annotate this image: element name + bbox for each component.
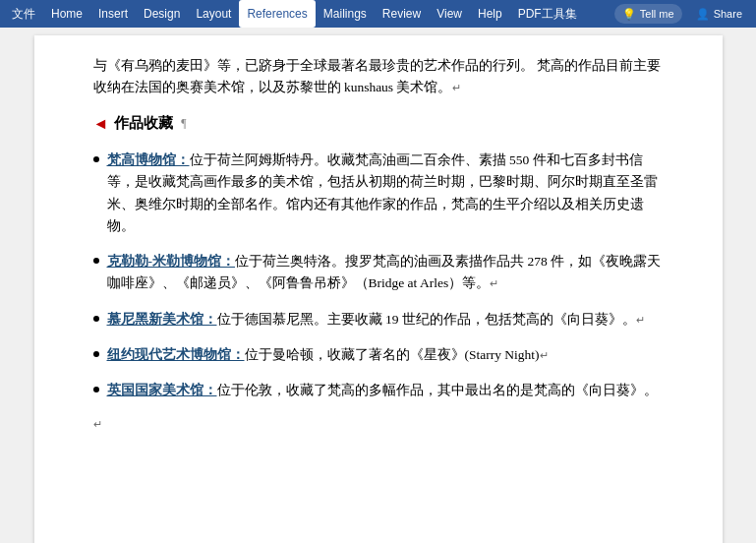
paragraph-mark-heading: ¶: [181, 114, 186, 133]
museum-link-2[interactable]: 克勒勒-米勒博物馆：: [107, 254, 236, 269]
heading-marker: ◄: [93, 111, 109, 137]
intro-text: 与《有乌鸦的麦田》等，已跻身于全球最著名最珍贵的艺术作品的行列。 梵高的作品目前…: [93, 55, 664, 99]
museum-content-2: 克勒勒-米勒博物馆：位于荷兰奥特洛。搜罗梵高的油画及素描作品共 278 件，如《…: [107, 251, 664, 295]
return-mark-3: ↵: [636, 314, 645, 326]
list-item: 纽约现代艺术博物馆：位于曼哈顿，收藏了著名的《星夜》(Starry Night)…: [93, 344, 664, 366]
bullet-dot: [93, 316, 99, 322]
menu-layout-label: Layout: [196, 7, 231, 21]
share-person-icon: [696, 8, 710, 21]
menu-layout[interactable]: Layout: [188, 0, 239, 28]
museum-link-1[interactable]: 梵高博物馆：: [107, 152, 190, 167]
list-item: 克勒勒-米勒博物馆：位于荷兰奥特洛。搜罗梵高的油画及素描作品共 278 件，如《…: [93, 251, 664, 295]
museum-content-4: 纽约现代艺术博物馆：位于曼哈顿，收藏了著名的《星夜》(Starry Night)…: [107, 344, 664, 366]
menu-help-label: Help: [478, 7, 502, 21]
menu-pdf-label: PDF工具集: [518, 6, 577, 23]
museum-text-5: 位于伦敦，收藏了梵高的多幅作品，其中最出名的是梵高的《向日葵》。: [217, 383, 658, 397]
menu-design-label: Design: [144, 7, 180, 21]
document-page: 与《有乌鸦的麦田》等，已跻身于全球最著名最珍贵的艺术作品的行列。 梵高的作品目前…: [34, 35, 723, 543]
list-item: 梵高博物馆：位于荷兰阿姆斯特丹。收藏梵高油画二百余件、素描 550 件和七百多封…: [93, 150, 664, 237]
share-button[interactable]: Share: [686, 4, 752, 24]
menu-pdf[interactable]: PDF工具集: [510, 0, 585, 28]
menu-view[interactable]: View: [429, 0, 470, 28]
museum-content-1: 梵高博物馆：位于荷兰阿姆斯特丹。收藏梵高油画二百余件、素描 550 件和七百多封…: [107, 150, 664, 237]
section-heading-text: 作品收藏: [114, 111, 173, 135]
list-item: 慕尼黑新美术馆：位于德国慕尼黑。主要收藏 19 世纪的作品，包括梵高的《向日葵》…: [93, 309, 664, 331]
museum-link-4[interactable]: 纽约现代艺术博物馆：: [107, 347, 245, 362]
tell-me-button[interactable]: Tell me: [614, 4, 682, 24]
menu-mailings-label: Mailings: [323, 7, 367, 21]
museum-link-3[interactable]: 慕尼黑新美术馆：: [107, 312, 217, 327]
menu-bar: 文件 Home Insert Design Layout References …: [0, 0, 756, 28]
menu-file-label: 文件: [12, 6, 35, 23]
museum-text-3: 位于德国慕尼黑。主要收藏 19 世纪的作品，包括梵高的《向日葵》。: [217, 312, 636, 327]
list-item: 英国国家美术馆：位于伦敦，收藏了梵高的多幅作品，其中最出名的是梵高的《向日葵》。: [93, 380, 664, 401]
museum-list: 梵高博物馆：位于荷兰阿姆斯特丹。收藏梵高油画二百余件、素描 550 件和七百多封…: [93, 150, 664, 401]
document-wrapper: 与《有乌鸦的麦田》等，已跻身于全球最著名最珍贵的艺术作品的行列。 梵高的作品目前…: [0, 28, 756, 543]
bullet-dot: [93, 387, 99, 392]
menu-design[interactable]: Design: [136, 0, 188, 28]
menu-references-label: References: [247, 7, 307, 21]
tell-me-label: Tell me: [640, 8, 674, 20]
return-mark-4: ↵: [540, 349, 549, 361]
menu-file[interactable]: 文件: [4, 0, 43, 28]
bullet-dot: [93, 351, 99, 357]
museum-content-3: 慕尼黑新美术馆：位于德国慕尼黑。主要收藏 19 世纪的作品，包括梵高的《向日葵》…: [107, 309, 664, 331]
menu-references[interactable]: References: [239, 0, 315, 28]
menu-mailings[interactable]: Mailings: [316, 0, 375, 28]
museum-link-5[interactable]: 英国国家美术馆：: [107, 383, 217, 397]
share-label: Share: [714, 8, 742, 20]
menu-help[interactable]: Help: [470, 0, 510, 28]
section-heading: ◄ 作品收藏¶: [93, 111, 664, 137]
menu-home[interactable]: Home: [43, 0, 90, 28]
return-mark-intro: ↵: [452, 82, 461, 93]
lightbulb-icon: [622, 8, 636, 21]
menu-home-label: Home: [51, 7, 83, 21]
return-mark-2: ↵: [490, 277, 498, 289]
museum-text-4: 位于曼哈顿，收藏了著名的《星夜》(Starry Night): [245, 347, 540, 362]
bullet-dot: [93, 258, 99, 264]
menu-insert[interactable]: Insert: [90, 0, 136, 28]
menu-insert-label: Insert: [98, 7, 128, 21]
museum-text-1: 位于荷兰阿姆斯特丹。收藏梵高油画二百余件、素描 550 件和七百多封书信等，是收…: [107, 152, 658, 233]
final-return: ↵: [93, 416, 664, 434]
menu-view-label: View: [436, 7, 462, 21]
museum-content-5: 英国国家美术馆：位于伦敦，收藏了梵高的多幅作品，其中最出名的是梵高的《向日葵》。: [107, 380, 664, 401]
menu-review-label: Review: [382, 7, 421, 21]
menubar-right-area: Tell me Share: [614, 4, 752, 24]
menu-review[interactable]: Review: [375, 0, 429, 28]
bullet-dot: [93, 156, 99, 162]
